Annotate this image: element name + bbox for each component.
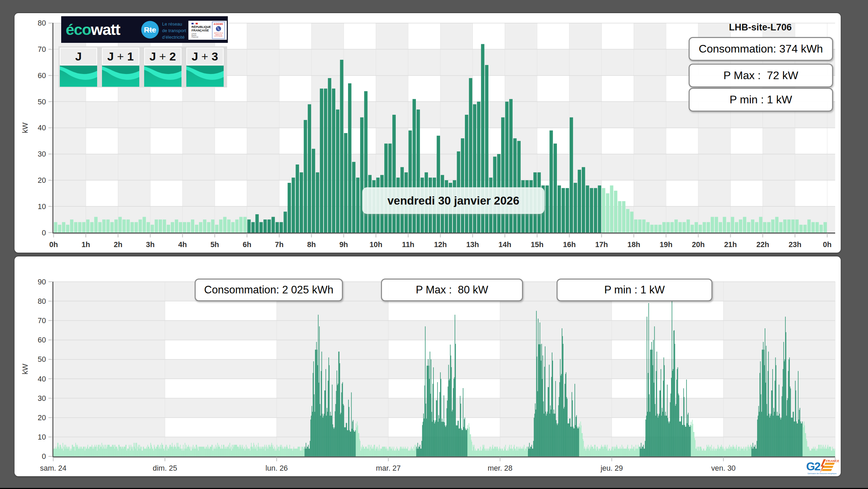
svg-text:12h: 12h: [434, 241, 447, 249]
svg-text:20: 20: [38, 414, 46, 422]
svg-text:0: 0: [42, 229, 46, 237]
svg-text:mer. 28: mer. 28: [488, 464, 513, 472]
svg-text:5h: 5h: [211, 241, 219, 249]
svg-text:ÉCOLOGIQUE: ÉCOLOGIQUE: [215, 35, 223, 37]
svg-text:80: 80: [38, 297, 46, 305]
svg-text:TRANSITION: TRANSITION: [215, 34, 222, 36]
svg-text:9h: 9h: [339, 241, 348, 249]
svg-text:Fraternité: Fraternité: [192, 36, 198, 38]
svg-text:2h: 2h: [114, 241, 122, 249]
svg-text:10: 10: [38, 203, 46, 211]
svg-text:70: 70: [38, 45, 46, 54]
svg-text:20h: 20h: [692, 241, 704, 249]
svg-text:30: 30: [38, 150, 46, 158]
svg-text:23h: 23h: [788, 241, 801, 249]
svg-text:FRANCE: FRANCE: [826, 459, 839, 463]
svg-text:50: 50: [38, 355, 46, 364]
svg-text:6h: 6h: [243, 241, 251, 249]
svg-text:kW: kW: [21, 364, 29, 375]
svg-text:70: 70: [38, 317, 46, 325]
svg-text:11h: 11h: [402, 241, 414, 249]
svg-text:écowatt: écowatt: [66, 21, 121, 38]
svg-text:60: 60: [38, 72, 46, 80]
svg-text:lun. 26: lun. 26: [265, 464, 288, 472]
svg-text:3h: 3h: [146, 241, 155, 249]
svg-text:22h: 22h: [756, 241, 769, 249]
svg-text:d’électricité: d’électricité: [162, 35, 185, 40]
svg-text:FRANÇAISE: FRANÇAISE: [192, 29, 209, 32]
svg-text:RÉPUBLIQUE: RÉPUBLIQUE: [192, 25, 211, 29]
svg-text:20: 20: [38, 176, 46, 185]
svg-text:1h: 1h: [82, 241, 90, 249]
svg-text:0: 0: [42, 452, 46, 461]
svg-text:sam. 24: sam. 24: [40, 464, 67, 472]
svg-text:10: 10: [38, 433, 46, 441]
svg-text:10h: 10h: [370, 241, 382, 249]
svg-text:Le réseau: Le réseau: [162, 21, 182, 27]
svg-text:30: 30: [38, 394, 46, 403]
svg-text:8h: 8h: [307, 241, 316, 249]
svg-text:dim. 25: dim. 25: [153, 464, 177, 472]
svg-text:19h: 19h: [660, 241, 672, 249]
svg-text:40: 40: [38, 375, 46, 383]
svg-text:AGENCE DE LA: AGENCE DE LA: [214, 32, 223, 34]
svg-text:Rte: Rte: [144, 26, 156, 34]
svg-text:40: 40: [38, 124, 46, 132]
svg-text:ven. 30: ven. 30: [711, 464, 736, 472]
svg-text:18h: 18h: [627, 241, 640, 249]
svg-text:0h: 0h: [823, 241, 831, 249]
svg-text:80: 80: [38, 19, 46, 27]
svg-text:7h: 7h: [275, 241, 283, 249]
svg-text:16h: 16h: [563, 241, 576, 249]
svg-text:ADEME: ADEME: [214, 23, 223, 25]
svg-text:de transport: de transport: [162, 28, 186, 33]
svg-text:13h: 13h: [466, 241, 479, 249]
svg-text:0h: 0h: [49, 241, 58, 249]
svg-text:G2: G2: [806, 460, 821, 473]
svg-text:mar. 27: mar. 27: [376, 464, 401, 472]
svg-text:kW: kW: [21, 122, 29, 133]
svg-text:50: 50: [38, 98, 46, 106]
svg-text:14h: 14h: [498, 241, 511, 249]
svg-text:21h: 21h: [724, 241, 737, 249]
svg-text:17h: 17h: [595, 241, 608, 249]
svg-text:4h: 4h: [178, 241, 187, 249]
svg-text:60: 60: [38, 336, 46, 344]
svg-text:Optimisation des ressources én: Optimisation des ressources énergétiques: [808, 473, 837, 474]
svg-text:jeu. 29: jeu. 29: [600, 464, 623, 472]
svg-text:15h: 15h: [531, 241, 543, 249]
svg-text:90: 90: [38, 278, 46, 286]
